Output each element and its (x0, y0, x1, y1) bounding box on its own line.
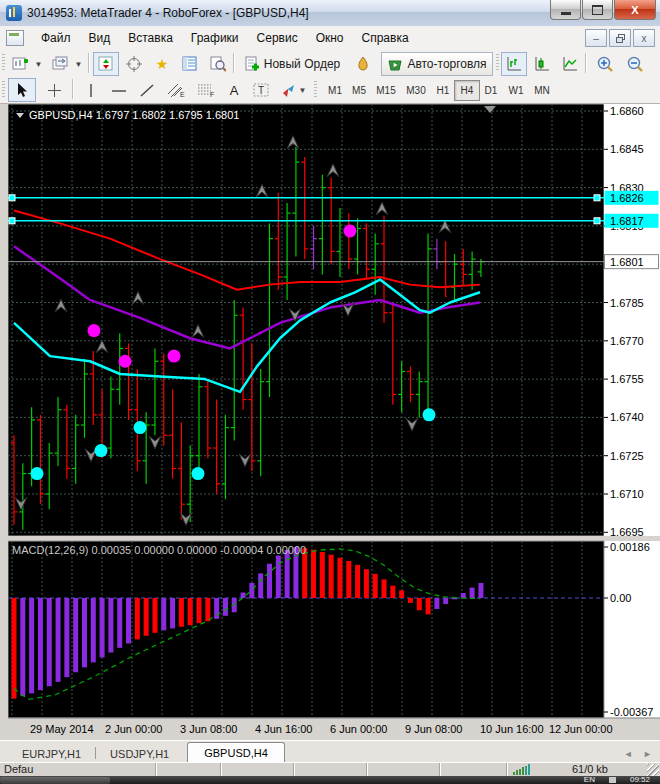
autotrade-button[interactable]: Авто-торговля (381, 52, 493, 76)
svg-text:1.6755: 1.6755 (610, 373, 644, 385)
horizontal-line-icon (111, 83, 127, 98)
timeframe-D1[interactable]: D1 (478, 80, 504, 101)
svg-text:0.00186: 0.00186 (610, 541, 650, 553)
arrows-tool-button[interactable]: ▼ (276, 78, 310, 102)
hline-tool-button[interactable] (106, 78, 132, 102)
menu-item-4[interactable]: Сервис (248, 28, 307, 48)
candlestick-type-button[interactable] (529, 52, 555, 76)
close-button[interactable]: X (614, 0, 656, 20)
timeframe-M30[interactable]: M30 (400, 80, 432, 101)
clock[interactable]: 09:52 (630, 776, 650, 784)
label-tool-button[interactable]: T (248, 78, 274, 102)
status-cell (221, 763, 294, 776)
favorites-button[interactable]: ★ (149, 52, 175, 76)
timeframe-H1[interactable]: H1 (430, 80, 456, 101)
child-close-button[interactable]: x (633, 29, 655, 47)
status-profile[interactable]: Defau (0, 763, 156, 776)
vline-tool-button[interactable] (78, 78, 104, 102)
vertical-line-icon (84, 83, 98, 98)
crosshair-tool-icon (47, 83, 62, 98)
timeframe-M5[interactable]: M5 (346, 80, 372, 101)
line-chart-icon (562, 56, 578, 72)
timeframe-W1[interactable]: W1 (502, 80, 530, 101)
menu-item-1[interactable]: Вид (80, 28, 120, 48)
crosshair-button[interactable] (121, 52, 147, 76)
line-handle (594, 218, 600, 224)
chart-canvas[interactable]: GBPUSD,H4 1.6797 1.6802 1.6795 1.68011.6… (8, 104, 660, 740)
line-studies-toolbar: E F A T ▼ M1M5M15M30H1H4D1W1MN (0, 77, 660, 104)
menu-item-6[interactable]: Справка (353, 28, 418, 48)
zoom-out-button[interactable] (621, 52, 649, 76)
window-title: 3014953: MetaTrader 4 - RoboForex - [GBP… (27, 6, 309, 20)
profiles-button[interactable]: ▼ (48, 52, 86, 76)
menu-item-0[interactable]: Файл (32, 28, 80, 48)
status-cell (367, 763, 440, 776)
tester-button[interactable] (205, 52, 231, 76)
timeframe-MN[interactable]: MN (528, 80, 556, 101)
new-order-button[interactable]: Новый Ордер (239, 52, 345, 76)
cyan-signal-dot (423, 408, 436, 421)
expert-button[interactable] (350, 52, 376, 76)
cyan-signal-dot (31, 467, 44, 480)
crosshair-tool-button[interactable] (40, 78, 68, 102)
magenta-signal-dot (344, 225, 357, 238)
magenta-signal-dot (168, 350, 181, 363)
cyan-signal-dot (134, 421, 147, 434)
text-tool-button[interactable]: A (222, 78, 246, 102)
data-window-icon (182, 56, 198, 72)
svg-text:T: T (258, 85, 264, 96)
menu-item-3[interactable]: Графики (182, 28, 248, 48)
timeframe-M1[interactable]: M1 (322, 80, 348, 101)
panel-splitter (8, 536, 660, 541)
svg-text:F: F (210, 91, 214, 98)
svg-text:1.6785: 1.6785 (610, 297, 644, 309)
zoom-in-icon (596, 56, 614, 73)
data-window-button[interactable] (177, 52, 203, 76)
svg-text:1.6801: 1.6801 (610, 256, 644, 268)
child-minimize-button[interactable]: – (585, 29, 607, 47)
bar-chart-type-button[interactable] (501, 52, 527, 76)
minimize-button[interactable] (550, 0, 581, 20)
timeframe-M15[interactable]: M15 (370, 80, 402, 101)
trendline-icon (139, 83, 155, 98)
keyboard-icon (609, 777, 616, 783)
chevron-down-icon: ▼ (299, 86, 307, 95)
trendline-tool-button[interactable] (134, 78, 160, 102)
status-cell (148, 763, 221, 776)
zoom-in-button[interactable] (591, 52, 619, 76)
tab-usdjpy-h1[interactable]: USDJPY,H1 (96, 745, 183, 763)
fibonacci-tool-button[interactable]: F (192, 78, 220, 102)
child-restore-button[interactable] (609, 29, 631, 47)
language-indicator[interactable]: EN (584, 776, 595, 784)
svg-text:-0.00367: -0.00367 (610, 706, 653, 718)
maximize-button[interactable] (582, 0, 613, 20)
toolbar-handle[interactable] (314, 81, 317, 99)
tab-eurjpy-h1[interactable]: EURJPY,H1 (8, 745, 95, 763)
market-watch-button[interactable] (93, 52, 119, 76)
traffic-counter: 61/0 kb (572, 763, 608, 775)
resize-grip[interactable] (647, 764, 659, 776)
menu-bar: ФайлВидВставкаГрафикиСервисОкноСправка –… (0, 26, 660, 51)
tab-scroll-arrows[interactable]: ◄ ► (624, 749, 656, 759)
cursor-tool-button[interactable] (8, 78, 36, 102)
line-chart-type-button[interactable] (557, 52, 583, 76)
svg-text:1.6845: 1.6845 (610, 143, 644, 155)
toolbar-handle[interactable] (2, 81, 5, 99)
menu-item-2[interactable]: Вставка (119, 28, 182, 48)
svg-text:1.6725: 1.6725 (610, 450, 644, 462)
taskbar-window-button[interactable] (0, 777, 110, 784)
tester-icon (210, 56, 226, 72)
toolbar-handle[interactable] (2, 54, 5, 72)
channel-tool-button[interactable]: E (162, 78, 190, 102)
profiles-icon (52, 56, 72, 72)
svg-text:6 Jun 00:00: 6 Jun 00:00 (330, 723, 388, 735)
tab-gbpusd-h4[interactable]: GBPUSD,H4 (187, 742, 285, 763)
menu-item-5[interactable]: Окно (307, 28, 353, 48)
timeframe-H4[interactable]: H4 (454, 80, 480, 101)
magenta-signal-dot (88, 324, 101, 337)
new-order-label: Новый Ордер (264, 57, 340, 71)
toolbar-handle[interactable] (496, 54, 499, 72)
status-cell (294, 763, 367, 776)
new-chart-icon (12, 56, 32, 72)
new-chart-button[interactable]: ▼ (8, 52, 46, 76)
